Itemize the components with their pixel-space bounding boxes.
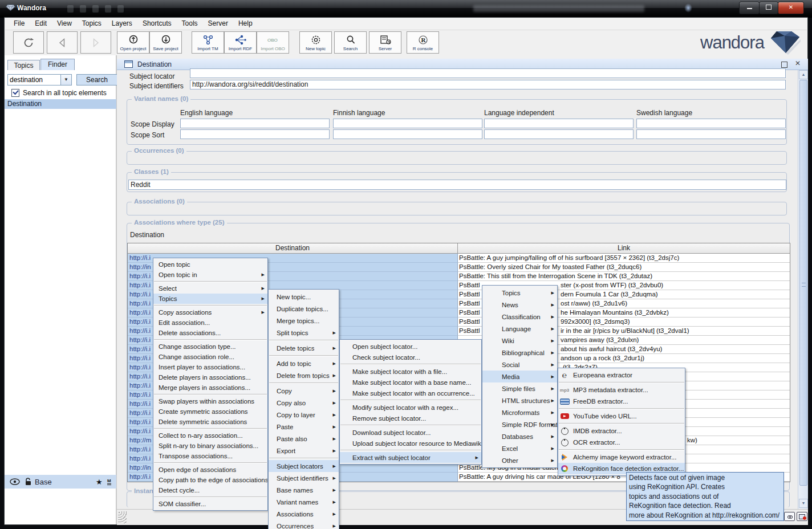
menu-item-paste-also[interactable]: Paste also▶ <box>269 433 339 445</box>
menu-item-topics[interactable]: Topics▶ <box>153 294 267 304</box>
layer-status-icon[interactable] <box>797 512 807 521</box>
menu-item-classification[interactable]: Classification▶ <box>482 311 557 323</box>
menu-item-split-n-ary-to-binary-associations[interactable]: Split n-ary to binary associations... <box>153 441 267 451</box>
menu-item-delete-topics[interactable]: Delete topics▶ <box>269 342 339 354</box>
menu-item-merge-players-in-associations[interactable]: Merge players in associations... <box>153 382 267 393</box>
menu-item-make-subject-locator-with-a-file[interactable]: Make subject locator with a file... <box>340 366 481 377</box>
menu-item-mp3-metadata-extractor[interactable]: mp3MP3 metadata extractor... <box>558 384 685 396</box>
menu-item-media[interactable]: Media▶ <box>482 371 557 382</box>
variant-field[interactable] <box>180 129 330 139</box>
menu-item-extract-with-subject-locator[interactable]: Extract with subject locator▶ <box>340 452 481 463</box>
menu-item-delete-symmetric-associations[interactable]: Delete symmetric associations <box>153 417 267 427</box>
menu-topics[interactable]: Topics <box>77 18 107 30</box>
scroll-down-icon[interactable]: ▼ <box>799 499 808 508</box>
menu-item-insert-player-to-associations[interactable]: Insert player to associations... <box>153 362 267 372</box>
menu-item-create-symmetric-associations[interactable]: Create symmetric associations <box>153 406 267 417</box>
menu-item-swap-players-within-associations[interactable]: Swap players within associations <box>153 396 267 406</box>
menu-layers[interactable]: Layers <box>107 18 137 30</box>
menu-item-delete-associations[interactable]: Delete associations... <box>153 328 267 338</box>
menu-item-html-structures[interactable]: HTML structures▶ <box>482 394 557 406</box>
variant-field[interactable] <box>484 119 634 128</box>
new-topic-button[interactable]: New topic <box>299 31 332 54</box>
menu-item-delete-players-in-associations[interactable]: Delete players in associations... <box>153 372 267 382</box>
menu-item-occurrences[interactable]: Occurrences▶ <box>269 520 339 529</box>
search-result-destination[interactable]: Destination <box>5 99 116 109</box>
menu-item-excel[interactable]: Excel▶ <box>482 442 557 454</box>
menu-item-subject-locators[interactable]: Subject locators▶ <box>269 460 339 472</box>
class-item-reddit[interactable]: Reddit <box>128 180 786 190</box>
menu-item-collect-to-n-ary-association[interactable]: Collect to n-ary association... <box>153 430 267 441</box>
menu-item-copy-to-layer[interactable]: Copy to layer▶ <box>269 409 339 421</box>
open-project-button[interactable]: Open project <box>117 31 149 54</box>
search-input[interactable] <box>7 74 62 86</box>
menu-tools[interactable]: Tools <box>177 18 203 30</box>
menu-server[interactable]: Server <box>203 18 233 30</box>
menu-item-simple-rdf-formats[interactable]: Simple RDF formats▶ <box>482 418 557 430</box>
maximize-button[interactable] <box>759 2 778 14</box>
panel-close-icon[interactable]: ✕ <box>795 59 801 67</box>
menu-help[interactable]: Help <box>233 18 258 30</box>
column-header-link[interactable]: Link <box>458 243 790 253</box>
variant-field[interactable] <box>636 129 786 139</box>
variant-field[interactable] <box>636 119 786 128</box>
layer-bar-base[interactable]: Base ★ M <box>5 475 116 489</box>
r-console-button[interactable]: RR console <box>407 31 439 54</box>
menu-item-copy-also[interactable]: Copy also▶ <box>269 397 339 409</box>
menu-item-youtube-video-url[interactable]: YouTube video URL... <box>558 410 685 422</box>
menu-item-wiki[interactable]: Wiki▶ <box>482 335 557 347</box>
resize-grip[interactable] <box>118 511 127 523</box>
menu-item-variant-names[interactable]: Variant names▶ <box>269 496 339 508</box>
variant-field[interactable] <box>333 119 482 128</box>
menu-item-modify-subject-locator-with-a-regex[interactable]: Modify subject locator with a regex... <box>340 402 481 413</box>
menu-item-freedb-extractor[interactable]: FreeDB extractor... <box>558 396 685 407</box>
server-button[interactable]: Server <box>369 31 401 54</box>
menu-item-transpose-associations[interactable]: Transpose associations... <box>153 451 267 461</box>
menu-item-base-names[interactable]: Base names▶ <box>269 484 339 496</box>
save-project-button[interactable]: Save project <box>149 31 182 54</box>
titlebar[interactable]: Wandora ✕ <box>0 0 812 18</box>
menu-item-bibliographical[interactable]: Bibliographical▶ <box>482 347 557 359</box>
menu-item-change-association-type[interactable]: Change association type... <box>153 341 267 352</box>
menu-item-duplicate-topics[interactable]: Duplicate topics... <box>269 303 339 315</box>
menu-item-open-edge-of-associations[interactable]: Open edge of associations <box>153 465 267 475</box>
column-header-destination[interactable]: Destination <box>128 243 458 253</box>
search-all-elements-checkbox[interactable] <box>11 89 19 97</box>
menu-item-social[interactable]: Social▶ <box>482 359 557 371</box>
eye-icon[interactable] <box>10 478 20 485</box>
back-button[interactable] <box>47 31 78 54</box>
menu-item-copy-associations[interactable]: Copy associations▶ <box>153 307 267 318</box>
menu-item-open-subject-locator[interactable]: Open subject locator... <box>340 341 481 352</box>
menu-item-make-subject-locator-with-a-base-name[interactable]: Make subject locator with a base name... <box>340 377 481 388</box>
menu-item-language[interactable]: Language▶ <box>482 323 557 335</box>
search-button[interactable]: Search <box>76 74 117 86</box>
menu-item-change-association-role[interactable]: Change association role... <box>153 352 267 362</box>
menu-view[interactable]: View <box>52 18 77 30</box>
menu-item-topics[interactable]: Topics▶ <box>482 287 557 299</box>
association-link-cell[interactable]: PsBattle: Overly sized Chair for My toas… <box>458 263 790 272</box>
menu-item-new-topic[interactable]: New topic... <box>269 291 339 303</box>
menu-item-download-subject-locator[interactable]: Download subject locator... <box>340 427 481 438</box>
menu-item-subject-identifiers[interactable]: Subject identifiers▶ <box>269 472 339 484</box>
search-button[interactable]: Search <box>334 31 367 54</box>
menu-item-detect-cycle[interactable]: Detect cycle... <box>153 485 267 495</box>
import-rdf-button[interactable]: Import RDF <box>224 31 257 54</box>
menu-item-som-classifier[interactable]: SOM classifier... <box>153 499 267 509</box>
menu-edit[interactable]: Edit <box>30 18 52 30</box>
menu-item-upload-subject-locator-resource-to-mediawiki[interactable]: Upload subject locator resource to Media… <box>340 438 481 449</box>
topic-view-icon[interactable] <box>784 512 795 521</box>
close-button[interactable]: ✕ <box>778 2 804 14</box>
minimize-button[interactable] <box>739 2 760 14</box>
variant-field[interactable] <box>484 129 634 139</box>
variant-field[interactable] <box>180 119 330 128</box>
menu-item-associations[interactable]: Associations▶ <box>269 508 339 520</box>
star-icon[interactable]: ★ <box>96 478 103 486</box>
merge-icon[interactable]: M <box>107 479 111 485</box>
menu-item-news[interactable]: News▶ <box>482 299 557 311</box>
menu-item-imdb-extractor[interactable]: IMDB extractor... <box>558 425 685 437</box>
menu-item-databases[interactable]: Databases▶ <box>482 430 557 442</box>
scrollbar-thumb[interactable] <box>799 80 807 486</box>
menu-item-simple-files[interactable]: Simple files▶ <box>482 382 557 394</box>
vertical-scrollbar[interactable]: ▲ ▼ <box>798 70 808 509</box>
subject-locator-field[interactable] <box>190 68 786 78</box>
variant-field[interactable] <box>333 129 482 139</box>
